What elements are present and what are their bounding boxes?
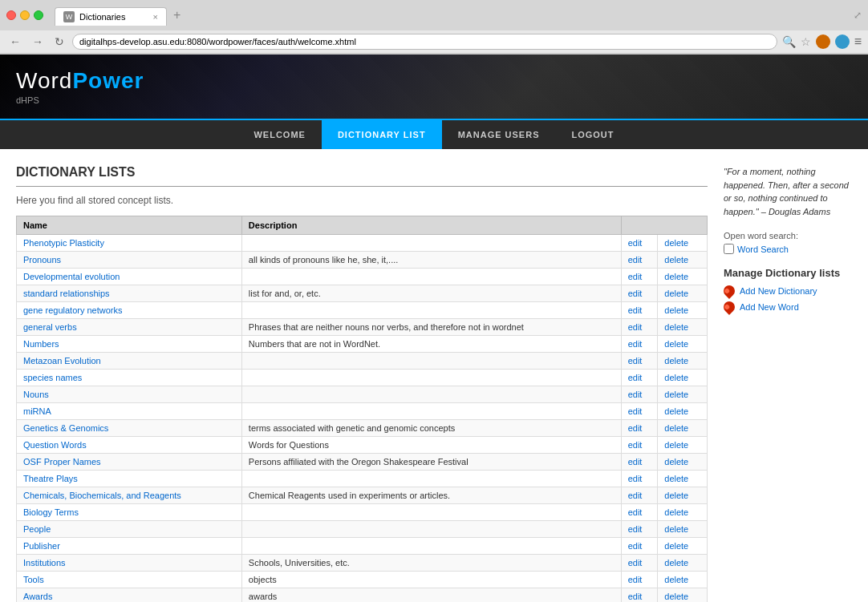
row-name[interactable]: species names — [17, 370, 242, 386]
add-dictionary-link[interactable]: Add New Dictionary — [724, 285, 852, 297]
row-edit[interactable]: edit — [621, 420, 658, 437]
row-edit[interactable]: edit — [621, 471, 658, 487]
row-delete[interactable]: delete — [658, 353, 708, 370]
row-edit[interactable]: edit — [621, 319, 658, 336]
row-delete[interactable]: delete — [658, 487, 708, 504]
row-edit[interactable]: edit — [621, 386, 658, 403]
row-delete[interactable]: delete — [658, 437, 708, 454]
tab-close-button[interactable]: × — [153, 12, 158, 22]
row-edit[interactable]: edit — [621, 353, 658, 370]
row-edit[interactable]: edit — [621, 302, 658, 319]
row-name[interactable]: general verbs — [17, 319, 242, 336]
row-delete[interactable]: delete — [658, 252, 708, 269]
row-description — [241, 386, 621, 403]
row-delete[interactable]: delete — [658, 454, 708, 471]
row-name[interactable]: Pronouns — [17, 252, 242, 269]
row-name[interactable]: OSF Proper Names — [17, 454, 242, 471]
nav-logout[interactable]: LOGOUT — [555, 120, 630, 149]
row-edit[interactable]: edit — [621, 588, 658, 603]
address-input[interactable] — [72, 34, 777, 50]
minimize-button[interactable] — [20, 10, 30, 20]
row-description: list for and, or, etc. — [241, 285, 621, 302]
nav-welcome[interactable]: WELCOME — [237, 120, 321, 149]
row-edit[interactable]: edit — [621, 370, 658, 386]
row-edit[interactable]: edit — [621, 487, 658, 504]
row-edit[interactable]: edit — [621, 285, 658, 302]
row-edit[interactable]: edit — [621, 269, 658, 285]
row-description: Words for Questions — [241, 437, 621, 454]
row-edit[interactable]: edit — [621, 572, 658, 588]
row-edit[interactable]: edit — [621, 252, 658, 269]
row-delete[interactable]: delete — [658, 572, 708, 588]
row-edit[interactable]: edit — [621, 403, 658, 420]
row-name[interactable]: Question Words — [17, 437, 242, 454]
nav-dictionary-list[interactable]: DICTIONARY LIST — [322, 120, 442, 149]
maximize-button[interactable] — [34, 10, 43, 20]
row-name[interactable]: Publisher — [17, 538, 242, 555]
row-name[interactable]: Genetics & Genomics — [17, 420, 242, 437]
manage-links: Add New Dictionary Add New Word — [724, 285, 852, 313]
row-description: Schools, Universities, etc. — [241, 555, 621, 572]
back-button[interactable]: ← — [6, 34, 24, 50]
table-row: Question Words Words for Questions edit … — [17, 437, 708, 454]
nav-manage-users[interactable]: MANAGE USERS — [442, 120, 556, 149]
row-delete[interactable]: delete — [658, 235, 708, 252]
row-delete[interactable]: delete — [658, 588, 708, 603]
row-name[interactable]: Theatre Plays — [17, 471, 242, 487]
row-edit[interactable]: edit — [621, 235, 658, 252]
resize-button[interactable]: ⤢ — [854, 10, 862, 21]
row-name[interactable]: standard relationships — [17, 285, 242, 302]
row-name[interactable]: Numbers — [17, 336, 242, 353]
row-delete[interactable]: delete — [658, 504, 708, 521]
row-edit[interactable]: edit — [621, 504, 658, 521]
row-name[interactable]: Biology Terms — [17, 504, 242, 521]
row-delete[interactable]: delete — [658, 471, 708, 487]
row-delete[interactable]: delete — [658, 538, 708, 555]
row-delete[interactable]: delete — [658, 285, 708, 302]
row-description — [241, 269, 621, 285]
row-name[interactable]: Chemicals, Biochemicals, and Reagents — [17, 487, 242, 504]
row-name[interactable]: Tools — [17, 572, 242, 588]
tab-favicon: W — [63, 11, 75, 22]
row-edit[interactable]: edit — [621, 521, 658, 538]
close-button[interactable] — [6, 10, 16, 20]
row-delete[interactable]: delete — [658, 386, 708, 403]
row-delete[interactable]: delete — [658, 370, 708, 386]
row-delete[interactable]: delete — [658, 302, 708, 319]
search-button[interactable]: 🔍 — [782, 35, 796, 48]
row-name[interactable]: Awards — [17, 588, 242, 603]
row-name[interactable]: Developmental evolution — [17, 269, 242, 285]
tab-title: Dictionaries — [79, 12, 125, 22]
row-delete[interactable]: delete — [658, 555, 708, 572]
row-name[interactable]: gene regulatory networks — [17, 302, 242, 319]
bookmark-button[interactable]: ☆ — [801, 35, 811, 48]
row-description — [241, 235, 621, 252]
row-name[interactable]: Phenotypic Plasticity — [17, 235, 242, 252]
row-name[interactable]: Metazoan Evolution — [17, 353, 242, 370]
row-delete[interactable]: delete — [658, 319, 708, 336]
word-search-checkbox-label[interactable]: Word Search — [737, 244, 789, 254]
row-delete[interactable]: delete — [658, 420, 708, 437]
row-edit[interactable]: edit — [621, 538, 658, 555]
row-edit[interactable]: edit — [621, 336, 658, 353]
row-name[interactable]: People — [17, 521, 242, 538]
row-edit[interactable]: edit — [621, 454, 658, 471]
row-name[interactable]: miRNA — [17, 403, 242, 420]
row-delete[interactable]: delete — [658, 403, 708, 420]
row-edit[interactable]: edit — [621, 437, 658, 454]
row-delete[interactable]: delete — [658, 521, 708, 538]
row-name[interactable]: Nouns — [17, 386, 242, 403]
add-word-link[interactable]: Add New Word — [724, 301, 852, 313]
row-delete[interactable]: delete — [658, 269, 708, 285]
row-name[interactable]: Institutions — [17, 555, 242, 572]
browser-tab[interactable]: W Dictionaries × — [55, 7, 167, 26]
reload-button[interactable]: ↻ — [51, 34, 67, 50]
menu-button[interactable]: ≡ — [854, 34, 862, 49]
new-tab-button[interactable]: + — [167, 5, 187, 26]
word-search-checkbox[interactable] — [724, 244, 734, 254]
tab-bar: W Dictionaries × + — [48, 5, 193, 26]
row-delete[interactable]: delete — [658, 336, 708, 353]
row-description: Chemical Reagents used in experiments or… — [241, 487, 621, 504]
forward-button[interactable]: → — [29, 34, 47, 50]
row-edit[interactable]: edit — [621, 555, 658, 572]
